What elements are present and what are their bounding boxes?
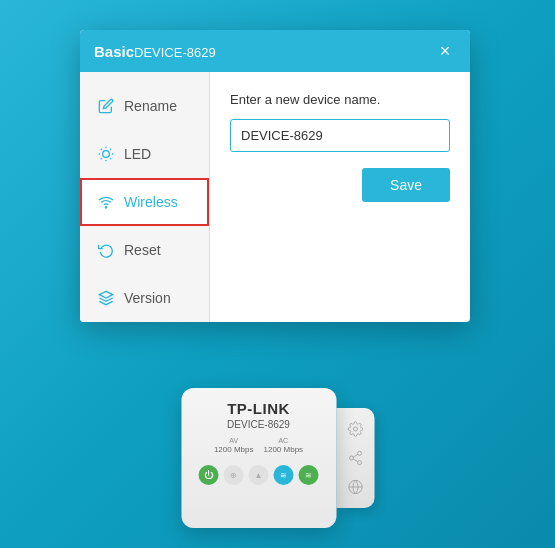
- av-label: AV: [214, 436, 254, 445]
- wireless-icon: [96, 192, 116, 212]
- led-icon: [96, 144, 116, 164]
- share-icon: [344, 447, 366, 468]
- svg-line-16: [353, 454, 358, 457]
- sidebar-item-led[interactable]: LED: [80, 130, 209, 178]
- device-stats: AV 1200 Mbps AC 1200 Mbps: [214, 436, 303, 455]
- sidebar-item-reset[interactable]: Reset: [80, 226, 209, 274]
- save-button[interactable]: Save: [362, 168, 450, 202]
- svg-point-12: [357, 451, 361, 455]
- close-button[interactable]: ×: [434, 40, 456, 62]
- rename-icon: [96, 96, 116, 116]
- version-icon: [96, 288, 116, 308]
- sidebar: Rename LED: [80, 72, 210, 322]
- sidebar-rename-label: Rename: [124, 98, 177, 114]
- wps-button[interactable]: ⊕: [224, 465, 244, 485]
- sidebar-reset-label: Reset: [124, 242, 161, 258]
- svg-line-4: [110, 158, 111, 159]
- av-speed: 1200 Mbps: [214, 445, 254, 455]
- sidebar-item-wireless[interactable]: Wireless: [80, 178, 209, 226]
- main-dialog: BasicDEVICE-8629 × Rename: [80, 30, 470, 322]
- sidebar-wireless-label: Wireless: [124, 194, 178, 210]
- input-prompt: Enter a new device name.: [230, 92, 450, 107]
- main-content: Enter a new device name. Save: [210, 72, 470, 322]
- wifi-button[interactable]: ≋: [274, 465, 294, 485]
- sidebar-item-rename[interactable]: Rename: [80, 82, 209, 130]
- device-name-label: DEVICE-8629: [227, 419, 290, 430]
- sidebar-item-version[interactable]: Version: [80, 274, 209, 322]
- svg-point-14: [357, 461, 361, 465]
- svg-line-3: [101, 149, 102, 150]
- title-bar: BasicDEVICE-8629 ×: [80, 30, 470, 72]
- av-stat: AV 1200 Mbps: [214, 436, 254, 455]
- wifi2-button[interactable]: ▲: [249, 465, 269, 485]
- reset-icon: [96, 240, 116, 260]
- settings-icon: [344, 418, 366, 439]
- sidebar-version-label: Version: [124, 290, 171, 306]
- title-device: DEVICE-8629: [134, 45, 216, 60]
- power-button[interactable]: ⏻: [199, 465, 219, 485]
- device-main-body: TP-LINK DEVICE-8629 AV 1200 Mbps AC 1200…: [181, 388, 336, 528]
- device-side-panel: [336, 408, 374, 508]
- device-buttons: ⏻ ⊕ ▲ ≋ ≋: [199, 465, 319, 485]
- link-button[interactable]: ≋: [299, 465, 319, 485]
- device-name-input[interactable]: [230, 119, 450, 152]
- device-brand: TP-LINK: [227, 400, 290, 417]
- svg-point-9: [105, 207, 106, 208]
- device-illustration: TP-LINK DEVICE-8629 AV 1200 Mbps AC 1200…: [181, 388, 374, 528]
- title-text: Basic: [94, 43, 134, 60]
- dialog-title: BasicDEVICE-8629: [94, 43, 216, 60]
- svg-point-11: [353, 427, 357, 431]
- ac-stat: AC 1200 Mbps: [264, 436, 304, 455]
- ac-label: AC: [264, 436, 304, 445]
- globe-icon: [344, 477, 366, 498]
- dialog-body: Rename LED: [80, 72, 470, 322]
- svg-marker-10: [99, 291, 112, 298]
- svg-line-7: [101, 158, 102, 159]
- svg-point-0: [103, 151, 110, 158]
- svg-line-8: [110, 149, 111, 150]
- svg-point-13: [349, 456, 353, 460]
- sidebar-led-label: LED: [124, 146, 151, 162]
- ac-speed: 1200 Mbps: [264, 445, 304, 455]
- svg-line-15: [353, 459, 358, 462]
